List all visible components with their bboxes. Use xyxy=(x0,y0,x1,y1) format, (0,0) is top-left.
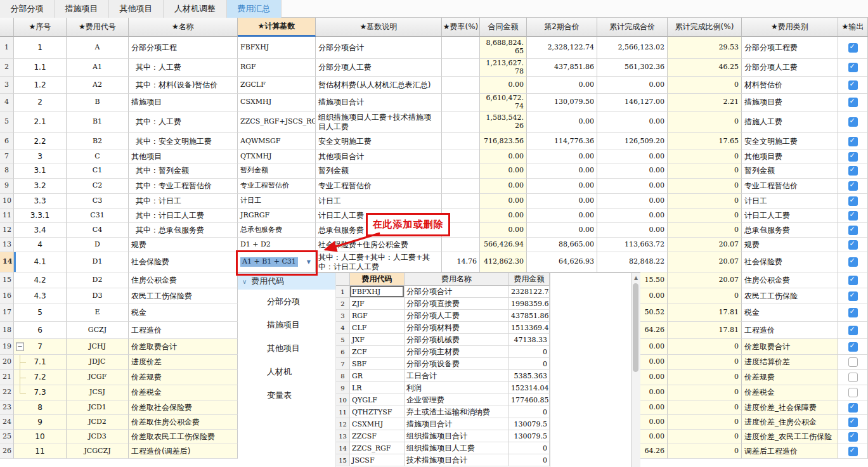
cell-contract[interactable]: 0.00 xyxy=(480,179,527,194)
tree-item[interactable]: 分部分项 xyxy=(238,290,335,313)
output-checkbox[interactable] xyxy=(848,226,858,235)
cell-done_pct[interactable]: 0 xyxy=(668,444,742,459)
cell-contract[interactable]: 1,583,542.26 xyxy=(480,112,527,133)
cell-category[interactable]: 安全文明施工费 xyxy=(742,133,838,150)
cell-name[interactable]: 其中：材料(设备)暂估价 xyxy=(129,77,238,94)
popup-cell-code[interactable]: ZCF xyxy=(350,346,405,358)
row-number[interactable]: 6 xyxy=(0,133,14,150)
output-checkbox[interactable] xyxy=(848,240,858,250)
cell-done_pct[interactable]: 0 xyxy=(668,209,742,223)
cell-code[interactable]: JCD1 xyxy=(67,400,129,415)
popup-cell-code[interactable]: JXF xyxy=(350,334,405,346)
cell-done_pct[interactable]: 0 xyxy=(668,339,742,355)
cell-done_pct[interactable]: 0 xyxy=(668,415,742,430)
popup-column-header[interactable]: 费用名称 xyxy=(405,273,509,286)
cell-name[interactable]: 农民工工伤保险费 xyxy=(129,288,238,304)
cell-done[interactable]: 0.00 xyxy=(597,163,668,179)
cell-code[interactable]: D3 xyxy=(67,288,129,304)
cell-code[interactable]: JCD3 xyxy=(67,430,129,444)
row-number[interactable]: 7 xyxy=(0,150,14,163)
popup-cell-amount[interactable]: 152314.04 xyxy=(509,382,550,394)
calc-base-dropdown[interactable]: A1 + B1 + C31▼ xyxy=(240,257,313,267)
cell-done[interactable]: 2,566,123.02 xyxy=(597,37,668,59)
cell-period2[interactable]: 64,626.93 xyxy=(527,252,597,272)
cell-code[interactable]: A1 xyxy=(67,59,129,77)
cell-done_pct[interactable]: 0 xyxy=(668,385,742,400)
popup-cell-amount[interactable]: 0 xyxy=(509,358,550,370)
cell-category[interactable]: 计日工人工费 xyxy=(742,209,838,223)
cell-name[interactable]: 价差税金 xyxy=(129,385,238,400)
output-checkbox[interactable] xyxy=(848,80,858,90)
column-header[interactable]: ★基数说明 xyxy=(316,18,442,37)
cell-category[interactable]: 价差取费合计 xyxy=(742,339,838,355)
output-checkbox[interactable] xyxy=(848,43,858,53)
output-checkbox[interactable] xyxy=(848,326,858,335)
cell-base_desc[interactable]: 其他项目合计 xyxy=(316,150,442,163)
cell-category[interactable]: 价差税金 xyxy=(742,385,838,400)
cell-rate[interactable] xyxy=(442,238,480,252)
cell-done[interactable]: 113,663.72 xyxy=(597,238,668,252)
popup-cell-code[interactable]: ZZCS_RGF xyxy=(350,442,405,454)
popup-cell-n[interactable]: 14 xyxy=(336,442,350,454)
cell-rate[interactable] xyxy=(442,150,480,163)
fee-code-row[interactable]: 12CSXMHJ措施项目合计130079.5 xyxy=(336,418,550,430)
cell-name[interactable]: 工程造价(调差后) xyxy=(129,444,238,459)
output-checkbox[interactable] xyxy=(848,98,858,107)
popup-column-header[interactable] xyxy=(336,273,350,286)
cell-name[interactable]: 价差取农民工工伤保险费 xyxy=(129,430,238,444)
cell-done_pct[interactable]: 0 xyxy=(668,112,742,133)
cell-seq[interactable]: 2 xyxy=(14,94,67,112)
cell-output[interactable] xyxy=(838,223,868,238)
cell-code[interactable]: JCD2 xyxy=(67,415,129,430)
row-number[interactable]: 3 xyxy=(0,77,14,94)
cell-base[interactable]: 总承包服务费 xyxy=(238,223,316,238)
fee-code-row[interactable]: 3RGF分部分项人工费437851.86 xyxy=(336,310,550,322)
popup-cell-code[interactable]: FBFXHJ xyxy=(350,286,405,298)
row-number[interactable]: 9 xyxy=(0,179,14,194)
column-header[interactable]: ★名称 xyxy=(129,18,238,37)
cell-rate[interactable] xyxy=(442,133,480,150)
column-header[interactable]: ★费用代号 xyxy=(67,18,129,37)
cell-rate[interactable] xyxy=(442,112,480,133)
output-checkbox[interactable] xyxy=(848,257,858,267)
cell-contract[interactable]: 1,213,627.78 xyxy=(480,59,527,77)
output-checkbox[interactable] xyxy=(848,403,858,413)
cell-contract[interactable]: 0.00 xyxy=(480,163,527,179)
cell-output[interactable] xyxy=(838,150,868,163)
row-number[interactable]: 17 xyxy=(0,304,14,322)
cell-code[interactable]: C xyxy=(67,150,129,163)
cell-done_pct[interactable]: 0 xyxy=(668,400,742,415)
cell-category[interactable]: 工程造价 xyxy=(742,322,838,339)
cell-done_pct[interactable]: 2.21 xyxy=(668,94,742,112)
cell-rate[interactable]: 14.76 xyxy=(442,252,480,272)
cell-output[interactable] xyxy=(838,77,868,94)
popup-cell-amount[interactable]: 47138.33 xyxy=(509,334,550,346)
cell-category[interactable]: 税金 xyxy=(742,304,838,322)
cell-done_pct[interactable]: 20.07 xyxy=(668,238,742,252)
cell-base_desc[interactable]: 计日工 xyxy=(316,194,442,209)
output-checkbox[interactable] xyxy=(848,373,858,382)
cell-contract[interactable]: 6,610,472.74 xyxy=(480,94,527,112)
cell-done[interactable]: 146,127.00 xyxy=(597,94,668,112)
popup-cell-amount[interactable]: 130079.5 xyxy=(509,418,550,430)
cell-output[interactable] xyxy=(838,59,868,77)
popup-cell-code[interactable]: CSXMHJ xyxy=(350,418,405,430)
popup-cell-n[interactable]: 3 xyxy=(336,310,350,322)
popup-cell-code[interactable]: RGF xyxy=(350,310,405,322)
cell-done[interactable]: 0.00 xyxy=(597,77,668,94)
popup-cell-code[interactable]: LR xyxy=(350,382,405,394)
cell-output[interactable] xyxy=(838,322,868,339)
column-header[interactable]: ★输出 xyxy=(838,18,868,37)
popup-cell-n[interactable]: 11 xyxy=(336,406,350,418)
cell-code[interactable]: JDJC xyxy=(67,355,129,370)
popup-cell-n[interactable]: 7 xyxy=(336,358,350,370)
cell-code[interactable]: D xyxy=(67,238,129,252)
cell-done[interactable]: 561,302.36 xyxy=(597,59,668,77)
popup-column-header[interactable]: 费用金额 xyxy=(509,273,550,286)
popup-cell-code[interactable]: QTHZTYSF xyxy=(350,406,405,418)
output-checkbox[interactable] xyxy=(848,291,858,301)
cell-output[interactable] xyxy=(838,304,868,322)
cell-output[interactable] xyxy=(838,288,868,304)
cell-category[interactable]: 专业工程暂估价 xyxy=(742,179,838,194)
cell-name[interactable]: 税金 xyxy=(129,304,238,322)
